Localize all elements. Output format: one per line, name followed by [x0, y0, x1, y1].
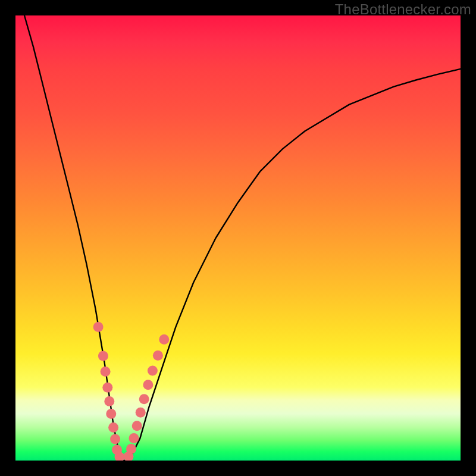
data-point — [159, 334, 169, 345]
plot-area — [15, 15, 461, 461]
data-point — [136, 408, 146, 418]
data-point — [108, 422, 118, 433]
data-point — [93, 322, 104, 332]
data-point — [102, 383, 112, 393]
data-point — [132, 421, 142, 431]
data-point — [129, 433, 139, 443]
watermark-text: TheBottlenecker.com — [335, 1, 471, 18]
data-point — [143, 380, 153, 390]
data-point — [106, 409, 116, 419]
curve-markers-left — [93, 322, 125, 461]
curve-markers-right — [124, 334, 170, 461]
data-point — [101, 367, 111, 377]
data-point — [126, 444, 136, 454]
data-point — [148, 365, 158, 375]
curve-layer — [15, 15, 461, 461]
bottleneck-curve — [24, 15, 461, 461]
data-point — [153, 350, 163, 361]
data-point — [110, 434, 120, 444]
chart-frame: TheBottlenecker.com — [0, 0, 476, 476]
data-point — [98, 351, 108, 361]
data-point — [104, 396, 114, 406]
data-point — [139, 394, 149, 404]
